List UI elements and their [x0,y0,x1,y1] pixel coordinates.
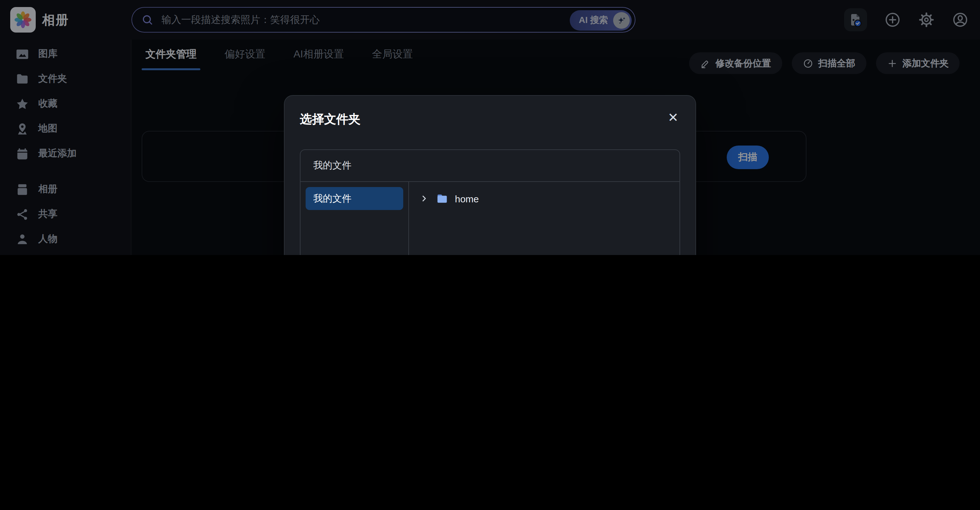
close-icon[interactable]: ✕ [663,108,682,127]
photo-album-app: 相册 AI 搜索 [0,0,980,255]
modal-title: 选择文件夹 [300,111,680,128]
folder-row-home[interactable]: home [419,190,669,207]
folder-picker: 我的文件 我的文件 home [300,149,680,255]
folder-name: home [455,193,479,204]
tree-item-my-files[interactable]: 我的文件 [305,187,403,210]
picker-path-label: 我的文件 [301,150,679,182]
folder-blue-icon [435,191,449,206]
picker-list-pane: home [409,182,679,255]
picker-body: 我的文件 home [301,182,679,255]
picker-tree-pane: 我的文件 [301,182,409,255]
select-folder-modal: 选择文件夹 ✕ 我的文件 我的文件 ho [284,95,696,255]
chevron-right-icon [419,193,430,204]
